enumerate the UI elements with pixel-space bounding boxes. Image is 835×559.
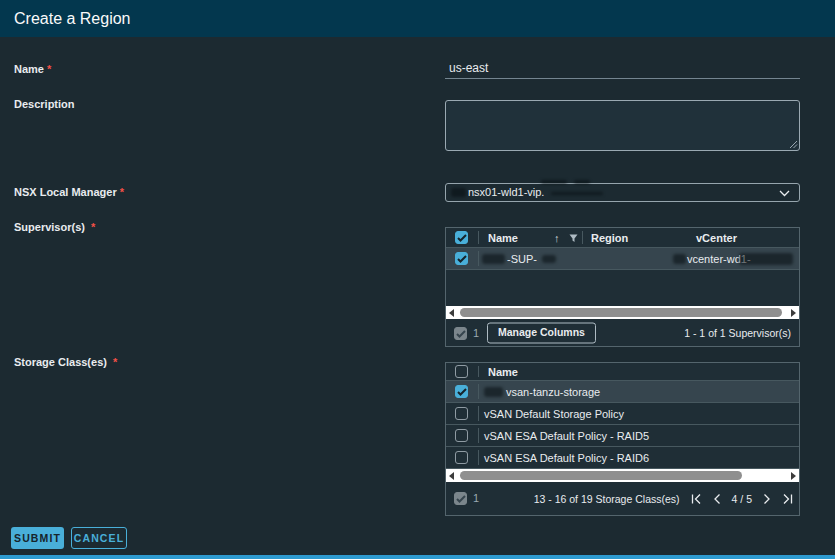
column-divider xyxy=(478,428,479,443)
scrollbar-thumb[interactable] xyxy=(460,308,782,317)
table-empty-area xyxy=(446,270,799,306)
selected-summary-checkbox xyxy=(454,327,467,340)
column-divider xyxy=(478,450,479,465)
check-icon xyxy=(456,330,466,338)
required-asterisk: * xyxy=(113,356,117,368)
required-asterisk: * xyxy=(91,221,95,233)
submit-button[interactable]: SUBMIT xyxy=(11,527,64,549)
last-page-icon[interactable] xyxy=(782,494,793,504)
storage-class-name: vSAN Default Storage Policy xyxy=(484,403,624,425)
pagination-range: 1 - 1 of 1 Supervisor(s) xyxy=(684,327,791,339)
select-all-checkbox[interactable] xyxy=(455,365,468,378)
supervisor-row[interactable]: -SUP- vcenter-wd1- xyxy=(446,248,799,270)
redaction xyxy=(482,254,505,264)
cancel-button[interactable]: CANCEL xyxy=(71,527,127,549)
column-header-name[interactable]: Name xyxy=(488,363,518,381)
supervisors-header-row: Name ↑ Region vCenter xyxy=(446,228,799,248)
scroll-right-arrow[interactable] xyxy=(791,472,796,480)
manage-columns-button[interactable]: Manage Columns xyxy=(487,323,596,344)
storage-class-row[interactable]: vSAN ESA Default Policy - RAID5 xyxy=(446,425,799,447)
redaction xyxy=(451,188,466,197)
check-icon xyxy=(457,388,467,396)
horizontal-scrollbar xyxy=(446,469,799,482)
name-input[interactable]: us-east xyxy=(445,58,800,79)
check-icon xyxy=(457,234,467,242)
column-header-region[interactable]: Region xyxy=(591,228,628,248)
redaction xyxy=(541,180,567,184)
select-all-checkbox[interactable] xyxy=(455,231,468,244)
scroll-left-arrow[interactable] xyxy=(449,472,454,480)
scroll-right-arrow[interactable] xyxy=(791,309,796,317)
storage-class-name: vSAN ESA Default Policy - RAID6 xyxy=(484,447,649,469)
storage-classes-table: Name vsan-tanzu-storage vSAN Default Sto… xyxy=(445,362,800,516)
next-page-icon[interactable] xyxy=(763,494,771,504)
column-divider xyxy=(582,231,583,244)
name-input-value: us-east xyxy=(449,61,488,75)
first-page-icon[interactable] xyxy=(691,494,702,504)
pagination-range: 13 - 16 of 19 Storage Class(es) xyxy=(534,493,680,505)
description-label: Description xyxy=(14,98,75,110)
check-icon xyxy=(457,255,467,263)
column-header-name[interactable]: Name xyxy=(488,228,518,248)
row-checkbox[interactable] xyxy=(455,385,468,398)
nsx-local-manager-select[interactable]: nsx01-wld1-vip. xyxy=(445,183,800,202)
storage-class-name: vsan-tanzu-storage xyxy=(506,381,600,403)
dialog-header: Create a Region xyxy=(0,0,835,37)
supervisors-table: Name ↑ Region vCenter -SUP- vcenter-wd1- xyxy=(445,227,800,347)
column-divider xyxy=(478,406,479,421)
supervisors-label: Supervisor(s)* xyxy=(14,221,95,233)
create-region-dialog: Create a Region Name* Description NSX Lo… xyxy=(0,0,835,559)
horizontal-scrollbar xyxy=(446,306,799,319)
nsx-selected-value: nsx01-wld1-vip. xyxy=(468,184,544,201)
selected-summary-checkbox xyxy=(454,492,467,505)
filter-icon[interactable] xyxy=(569,234,578,243)
sort-ascending-icon[interactable]: ↑ xyxy=(554,228,560,248)
supervisor-name: -SUP- xyxy=(507,248,537,270)
row-checkbox[interactable] xyxy=(455,252,468,265)
selected-count: 1 xyxy=(473,492,479,504)
name-label: Name* xyxy=(14,63,51,75)
redaction xyxy=(673,254,686,264)
row-checkbox[interactable] xyxy=(455,451,468,464)
bottom-accent-strip xyxy=(0,555,835,559)
storage-class-row[interactable]: vsan-tanzu-storage xyxy=(446,381,799,403)
description-textarea[interactable] xyxy=(445,100,800,151)
column-divider xyxy=(478,251,479,266)
redaction xyxy=(739,253,793,265)
storage-classes-label: Storage Class(es)* xyxy=(14,356,117,368)
selected-count: 1 xyxy=(473,327,479,339)
column-divider xyxy=(478,231,479,244)
row-checkbox[interactable] xyxy=(455,429,468,442)
scrollbar-thumb[interactable] xyxy=(460,471,742,480)
scroll-left-arrow[interactable] xyxy=(449,309,454,317)
column-divider xyxy=(478,366,479,377)
storage-header-row: Name xyxy=(446,363,799,381)
redaction xyxy=(542,255,556,263)
storage-class-name: vSAN ESA Default Policy - RAID5 xyxy=(484,425,649,447)
page-indicator[interactable]: 4 / 5 xyxy=(732,493,752,505)
redaction xyxy=(484,387,503,397)
column-divider xyxy=(478,384,479,399)
redaction xyxy=(551,192,603,195)
supervisors-table-footer: 1 Manage Columns 1 - 1 of 1 Supervisor(s… xyxy=(446,319,799,347)
required-asterisk: * xyxy=(47,63,51,75)
storage-class-row[interactable]: vSAN ESA Default Policy - RAID6 xyxy=(446,447,799,469)
row-checkbox[interactable] xyxy=(455,407,468,420)
pagination-controls: 13 - 16 of 19 Storage Class(es) 4 / 5 xyxy=(534,493,793,505)
prev-page-icon[interactable] xyxy=(713,494,721,504)
column-header-vcenter[interactable]: vCenter xyxy=(696,228,737,248)
check-icon xyxy=(456,495,466,503)
resize-handle-icon[interactable] xyxy=(789,140,798,149)
storage-table-footer: 1 13 - 16 of 19 Storage Class(es) 4 / 5 xyxy=(446,482,799,515)
redaction xyxy=(574,180,590,184)
nsx-local-manager-label: NSX Local Manager* xyxy=(14,186,124,198)
required-asterisk: * xyxy=(120,186,124,198)
chevron-down-icon xyxy=(779,190,790,197)
storage-class-row[interactable]: vSAN Default Storage Policy xyxy=(446,403,799,425)
page-title: Create a Region xyxy=(14,0,131,37)
